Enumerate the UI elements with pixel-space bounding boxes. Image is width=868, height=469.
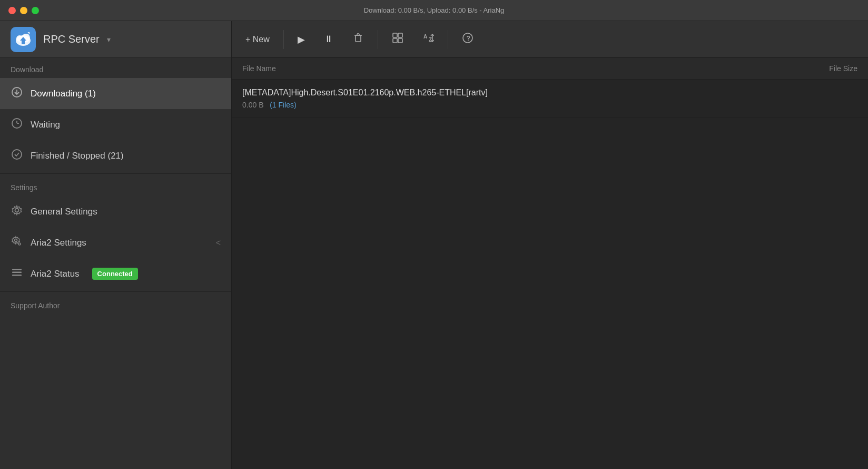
toolbar-separator-2 [378,30,378,49]
toolbar-separator-3 [448,30,448,49]
sidebar-item-waiting[interactable]: Waiting [0,109,231,140]
list-icon [11,267,23,281]
col-filename-header: File Name [242,64,778,73]
svg-text:2: 2 [27,31,30,36]
table-row[interactable]: [METADATA]High.Desert.S01E01.2160p.WEB.h… [232,80,868,118]
window-controls [8,7,39,14]
sidebar-item-downloading-label: Downloading (1) [31,89,96,99]
grid-icon [392,32,403,46]
sidebar-item-aria2-status-label: Aria2 Status [31,269,80,279]
new-button[interactable]: + New [237,31,278,48]
support-author-section-label: Support Author [0,294,231,314]
sort-icon: A Z [422,32,434,46]
sidebar-item-general-settings-label: General Settings [31,207,97,217]
sidebar-item-finished-label: Finished / Stopped (21) [31,151,124,161]
settings-section-label: Settings [0,176,231,196]
svg-rect-24 [393,38,397,43]
close-button[interactable] [8,7,16,14]
col-filesize-header: File Size [778,64,857,73]
download-circle-icon [11,86,23,101]
sidebar-divider [0,173,231,174]
svg-point-13 [18,243,21,245]
gear-icon [11,204,23,219]
minimize-button[interactable] [20,7,27,14]
play-icon: ▶ [298,34,305,45]
toolbar-separator-1 [283,30,284,49]
sidebar-item-finished[interactable]: Finished / Stopped (21) [0,140,231,171]
titlebar: Download: 0.00 B/s, Upload: 0.00 B/s - A… [0,0,868,21]
help-icon: ? [462,32,474,46]
help-button[interactable]: ? [453,28,482,51]
file-name: [METADATA]High.Desert.S01E01.2160p.WEB.h… [242,88,857,97]
sidebar: 2 RPC Server ▾ Download Downloading (1) [0,21,232,469]
svg-point-10 [12,150,22,159]
svg-rect-25 [398,38,402,43]
svg-rect-16 [12,275,22,276]
pause-icon: ⏸ [324,34,333,45]
grid-view-button[interactable] [383,28,412,51]
sidebar-item-aria2-settings[interactable]: Aria2 Settings < [0,227,231,258]
svg-rect-15 [12,272,22,273]
svg-text:?: ? [466,35,470,42]
delete-button[interactable] [344,28,372,51]
svg-point-11 [15,209,19,212]
play-button[interactable]: ▶ [289,30,313,50]
file-list-header: File Name File Size [232,58,868,80]
pause-button[interactable]: ⏸ [315,30,342,49]
sidebar-server-title: RPC Server [43,33,100,45]
toolbar: + New ▶ ⏸ [232,21,868,58]
gear2-icon [11,236,23,250]
svg-rect-14 [12,269,22,270]
app-logo: 2 [11,27,36,52]
check-circle-icon [11,149,23,163]
download-section-label: Download [0,58,231,78]
maximize-button[interactable] [32,7,39,14]
new-label: + New [245,35,270,44]
aria2-status-badge: Connected [92,268,138,280]
sidebar-item-aria2-status[interactable]: Aria2 Status Connected [0,258,231,289]
svg-text:Z: Z [429,37,432,43]
file-meta: 0.00 B (1 Files) [242,101,857,109]
aria2-settings-collapse-icon: < [216,238,221,248]
sidebar-header[interactable]: 2 RPC Server ▾ [0,21,231,58]
sidebar-item-general-settings[interactable]: General Settings [0,196,231,227]
svg-rect-22 [393,33,397,37]
app-container: 2 RPC Server ▾ Download Downloading (1) [0,21,868,469]
sidebar-item-waiting-label: Waiting [31,120,60,130]
sidebar-divider-2 [0,291,231,292]
svg-point-12 [15,239,17,242]
sidebar-item-aria2-settings-label: Aria2 Settings [31,238,86,248]
file-size: 0.00 B [242,101,263,109]
file-count-link[interactable]: (1 Files) [270,101,297,109]
svg-rect-23 [398,33,402,37]
trash-icon [352,32,364,46]
clock-icon [11,118,23,132]
main-content: + New ▶ ⏸ [232,21,868,469]
sort-button[interactable]: A Z [414,28,442,51]
sidebar-item-downloading[interactable]: Downloading (1) [0,78,231,109]
titlebar-title: Download: 0.00 B/s, Upload: 0.00 B/s - A… [364,6,505,14]
svg-text:A: A [423,34,427,40]
svg-rect-17 [356,35,361,42]
sidebar-header-arrow: ▾ [107,35,111,44]
